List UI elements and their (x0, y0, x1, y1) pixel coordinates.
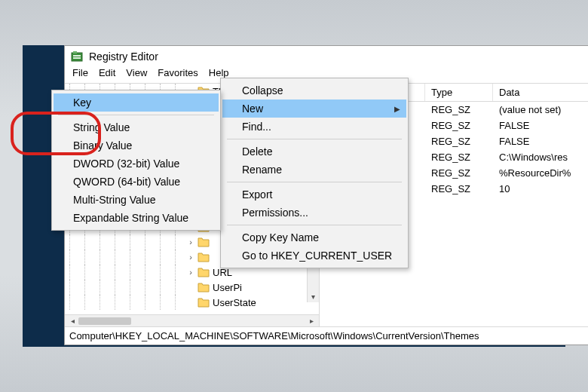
registry-editor-window: Registry Editor File Edit View Favorites… (64, 45, 588, 345)
submenu-item-dword-value[interactable]: DWORD (32-bit) Value (54, 155, 219, 173)
submenu-item-key[interactable]: Key (54, 93, 219, 112)
cell-data: %ResourceDir% (493, 167, 588, 179)
cell-data: 10 (493, 183, 588, 194)
statusbar: Computer\HKEY_LOCAL_MACHINE\SOFTWARE\Mic… (65, 326, 588, 345)
svg-rect-1 (73, 51, 77, 54)
cell-type: REG_SZ (425, 167, 493, 179)
svg-rect-3 (73, 57, 81, 59)
hscroll-thumb[interactable] (78, 317, 131, 325)
menu-item-label: Delete (242, 145, 272, 158)
menu-help[interactable]: Help (209, 67, 229, 78)
expander-icon[interactable]: › (185, 237, 196, 247)
svg-rect-2 (73, 55, 81, 57)
hscroll-track[interactable] (78, 317, 305, 326)
tree-item[interactable]: UserState (65, 295, 307, 310)
window-title: Registry Editor (89, 51, 158, 63)
tree-item-label: UserPi (213, 282, 242, 293)
menu-item-delete[interactable]: Delete (222, 142, 406, 161)
cell-type: REG_SZ (425, 120, 493, 131)
menu-edit[interactable]: Edit (99, 67, 115, 78)
menu-file[interactable]: File (72, 67, 88, 78)
submenu-item-expandable-string-value[interactable]: Expandable String Value (54, 209, 219, 227)
cell-type: REG_SZ (425, 104, 493, 115)
menu-item-label: Collapse (242, 84, 283, 96)
menu-separator (227, 225, 402, 225)
menu-item-label: DWORD (32-bit) Value (73, 158, 179, 170)
menu-item-label: New (242, 103, 263, 115)
tree-horizontal-scrollbar[interactable]: ◂ ▸ (65, 314, 319, 326)
menu-item-rename[interactable]: Rename (222, 161, 406, 179)
menu-item-label: Export (242, 188, 272, 201)
menu-separator (58, 115, 214, 115)
menu-item-label: Find... (242, 121, 271, 133)
menu-item-label: Permissions... (242, 207, 308, 219)
menu-view[interactable]: View (126, 67, 147, 78)
submenu-item-qword-value[interactable]: QWORD (64-bit) Value (54, 173, 219, 191)
menu-item-label: Go to HKEY_CURRENT_USER (242, 250, 392, 262)
cell-type: REG_SZ (425, 183, 493, 194)
scroll-down-icon[interactable]: ▾ (308, 290, 319, 302)
menu-item-export[interactable]: Export (222, 185, 406, 204)
menu-item-collapse[interactable]: Collapse (222, 81, 406, 100)
cell-type: REG_SZ (425, 152, 493, 163)
regedit-icon (71, 51, 83, 63)
desktop-background: Registry Editor File Edit View Favorites… (0, 0, 588, 392)
context-submenu-new: Key String Value Binary Value DWORD (32-… (51, 90, 221, 231)
menu-item-permissions[interactable]: Permissions... (222, 204, 406, 222)
submenu-item-multi-string-value[interactable]: Multi-String Value (54, 191, 219, 209)
menu-favorites[interactable]: Favorites (158, 67, 198, 78)
menu-item-goto-hkcu[interactable]: Go to HKEY_CURRENT_USER (222, 247, 406, 265)
cell-data: (value not set) (493, 104, 588, 115)
cell-data: C:\Windows\res (493, 152, 588, 163)
cell-type: REG_SZ (425, 136, 493, 147)
scroll-right-icon[interactable]: ▸ (305, 317, 317, 325)
folder-icon (198, 282, 210, 292)
menu-item-find[interactable]: Find... (222, 118, 406, 136)
submenu-item-string-value[interactable]: String Value (54, 118, 219, 136)
folder-icon (198, 252, 210, 262)
scroll-left-icon[interactable]: ◂ (66, 317, 78, 325)
menu-item-label: QWORD (64-bit) Value (73, 176, 180, 188)
menu-item-label: Expandable String Value (73, 212, 188, 224)
menu-item-label: Binary Value (73, 139, 132, 152)
menu-separator (227, 182, 402, 182)
column-header-type[interactable]: Type (425, 84, 493, 101)
expander-icon[interactable]: › (185, 268, 196, 277)
menu-item-label: Copy Key Name (242, 231, 319, 243)
cell-data: FALSE (493, 136, 588, 147)
menu-item-label: Multi-String Value (73, 194, 155, 206)
column-header-data[interactable]: Data (493, 84, 588, 101)
statusbar-path: Computer\HKEY_LOCAL_MACHINE\SOFTWARE\Mic… (69, 330, 479, 341)
menu-separator (227, 139, 402, 139)
menu-item-label: String Value (73, 121, 130, 133)
menu-item-label: Key (73, 96, 91, 109)
svg-rect-0 (72, 53, 82, 61)
submenu-item-binary-value[interactable]: Binary Value (54, 136, 219, 155)
titlebar: Registry Editor (65, 46, 588, 64)
context-menu: Collapse New ▶ Find... Delete Rename Exp… (220, 78, 409, 268)
tree-item[interactable]: UserPi (65, 280, 307, 295)
submenu-arrow-icon: ▶ (394, 105, 400, 113)
folder-icon (198, 267, 210, 277)
menu-item-new[interactable]: New ▶ (222, 100, 406, 118)
tree-item-label: UserState (213, 297, 256, 308)
folder-icon (198, 297, 210, 308)
menu-item-label: Rename (242, 164, 282, 176)
folder-icon (198, 237, 210, 247)
menu-item-copy-key-name[interactable]: Copy Key Name (222, 228, 406, 247)
cell-data: FALSE (493, 120, 588, 131)
expander-icon[interactable]: › (185, 253, 196, 262)
backdrop-panel: Registry Editor File Edit View Favorites… (23, 45, 565, 347)
